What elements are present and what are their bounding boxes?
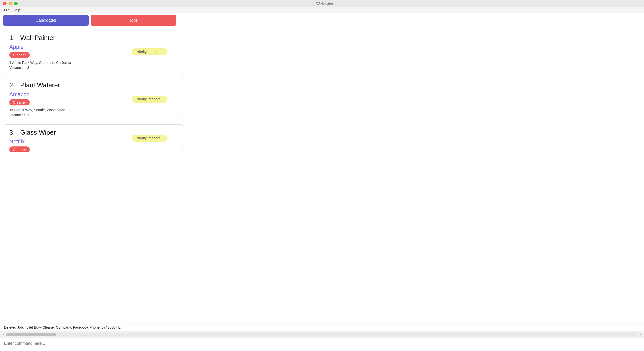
main-content: Candidates Jobs 1. Wall Painter Apple Cl… bbox=[0, 13, 644, 351]
job-tag: Cleaner bbox=[9, 52, 30, 58]
scroll-thumb[interactable] bbox=[6, 333, 56, 336]
job-tag: Cleaner bbox=[9, 146, 30, 152]
job-address: 1 Apple Park Way, Cupertino, California bbox=[9, 61, 178, 65]
status-bar: Deleted Job: Toilet Bowl Cleaner Company… bbox=[0, 324, 644, 331]
job-title-text: Glass Wiper bbox=[20, 129, 56, 136]
scroll-track[interactable] bbox=[6, 333, 638, 336]
status-text: Deleted Job: Toilet Bowl Cleaner Company… bbox=[4, 325, 122, 329]
tab-bar: Candidates Jobs bbox=[0, 13, 644, 28]
job-title-text: Wall Painter bbox=[20, 34, 55, 42]
priority-badge: Priority: modera... bbox=[132, 96, 167, 103]
tab-candidates[interactable]: Candidates bbox=[3, 15, 89, 26]
scroll-left-arrow[interactable]: ‹ bbox=[2, 332, 5, 337]
menu-file[interactable]: File bbox=[2, 8, 11, 12]
tab-jobs[interactable]: Jobs bbox=[91, 15, 176, 26]
command-input[interactable] bbox=[4, 341, 640, 346]
job-title-heading: 2. Plant Waterer bbox=[9, 81, 178, 89]
job-address: 16 Forest Way, Seattle, Washington bbox=[9, 108, 178, 112]
job-tag: Cleaner bbox=[9, 99, 30, 105]
menu-bar: File Help bbox=[0, 7, 644, 13]
job-number: 1. bbox=[9, 34, 15, 42]
title-bar: ☁️ CANdidates bbox=[0, 0, 644, 7]
job-vacancies: Vacancies: 1 bbox=[9, 113, 178, 117]
command-bar bbox=[0, 338, 644, 351]
job-list: 1. Wall Painter Apple Cleaner Priority: … bbox=[0, 28, 644, 324]
job-title-text: Plant Waterer bbox=[20, 81, 60, 89]
window-controls[interactable] bbox=[3, 2, 18, 5]
job-card[interactable]: 1. Wall Painter Apple Cleaner Priority: … bbox=[4, 30, 183, 74]
job-card[interactable]: 2. Plant Waterer Amazon Cleaner Priority… bbox=[4, 77, 183, 121]
job-vacancies: Vacancies: 3 bbox=[9, 66, 178, 70]
app-icon: ☁️ bbox=[311, 2, 315, 5]
job-title-heading: 1. Wall Painter bbox=[9, 34, 178, 42]
scroll-bar[interactable]: ‹ › bbox=[0, 331, 644, 338]
app-title-text: CANdidates bbox=[316, 2, 333, 5]
maximize-button[interactable] bbox=[14, 2, 18, 5]
scroll-right-arrow[interactable]: › bbox=[639, 332, 642, 337]
close-button[interactable] bbox=[3, 2, 7, 5]
priority-badge: Priority: modera... bbox=[132, 48, 167, 55]
menu-help[interactable]: Help bbox=[11, 8, 22, 12]
job-number: 2. bbox=[9, 81, 15, 89]
minimize-button[interactable] bbox=[9, 2, 12, 5]
job-number: 3. bbox=[9, 129, 15, 136]
priority-badge: Priority: modera... bbox=[132, 135, 167, 142]
app-title: ☁️ CANdidates bbox=[311, 2, 333, 5]
job-card[interactable]: 3. Glass Wiper Netflix Cleaner Priority:… bbox=[4, 124, 183, 152]
